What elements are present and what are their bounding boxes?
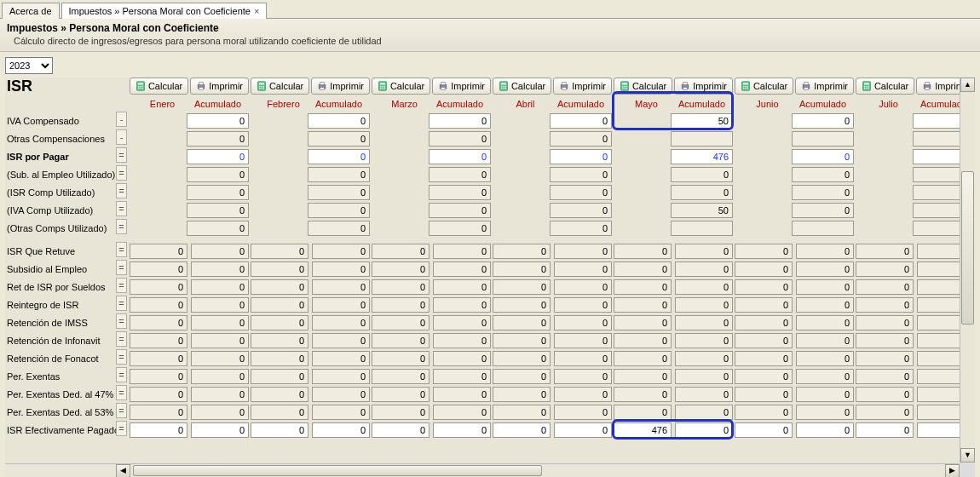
data-cell: 0: [308, 185, 370, 200]
svg-rect-34: [501, 83, 506, 84]
vertical-scrollbar[interactable]: ▲ ▼: [960, 78, 975, 463]
imprimir-button[interactable]: Imprimir: [190, 78, 249, 95]
data-cell: 0: [372, 351, 429, 366]
tab-about[interactable]: Acerca de: [2, 3, 60, 19]
calcular-button[interactable]: Calcular: [735, 78, 793, 95]
data-cell[interactable]: 0: [493, 422, 551, 438]
tab-impuestos[interactable]: Impuestos » Persona Moral con Coeficient…: [61, 3, 268, 19]
data-cell: 0: [614, 261, 672, 277]
data-cell[interactable]: 0: [550, 113, 612, 129]
scroll-left-icon[interactable]: ◀: [116, 464, 130, 477]
data-cell: 0: [251, 387, 308, 402]
svg-point-3: [140, 86, 141, 88]
btn-label: Imprimir: [693, 81, 727, 91]
calcular-button[interactable]: Calcular: [251, 78, 309, 95]
scroll-thumb[interactable]: [961, 171, 974, 325]
data-cell[interactable]: 0: [796, 422, 854, 438]
data-cell: 0: [554, 261, 612, 277]
calcular-button[interactable]: Calcular: [856, 78, 914, 95]
data-cell[interactable]: 0: [312, 422, 370, 438]
data-cell[interactable]: 0: [187, 149, 249, 164]
acum-header: Acumulado: [795, 99, 850, 109]
svg-point-18: [262, 88, 264, 89]
calcular-button[interactable]: Calcular: [372, 78, 430, 95]
svg-point-5: [138, 88, 140, 89]
data-cell[interactable]: 0: [792, 113, 854, 129]
data-cell[interactable]: 0: [792, 149, 854, 164]
data-cell: 0: [856, 405, 914, 420]
calculator-icon: [620, 81, 630, 91]
data-cell[interactable]: 0: [429, 149, 491, 164]
data-cell: 0: [191, 351, 249, 366]
data-cell[interactable]: 0: [251, 422, 308, 438]
data-cell[interactable]: 0: [130, 422, 187, 438]
data-cell: 0: [372, 261, 429, 277]
horizontal-scrollbar[interactable]: ◀ ▶: [5, 463, 960, 477]
svg-rect-76: [925, 88, 930, 90]
data-cell: 0: [675, 405, 733, 420]
svg-rect-12: [259, 83, 264, 84]
data-cell: 0: [796, 387, 854, 402]
data-cell[interactable]: 50: [671, 113, 733, 129]
data-cell[interactable]: 0: [554, 422, 612, 438]
data-cell: 0: [493, 261, 551, 277]
data-cell: 0: [251, 279, 308, 295]
data-cell[interactable]: 476: [614, 422, 672, 438]
imprimir-button[interactable]: Imprimir: [311, 78, 370, 95]
year-select[interactable]: 2023: [5, 57, 53, 74]
svg-rect-23: [380, 83, 385, 84]
btn-label: Calcular: [632, 81, 666, 91]
data-cell[interactable]: 0: [308, 149, 370, 164]
data-cell: 0: [856, 351, 914, 366]
data-cell[interactable]: 0: [372, 422, 429, 438]
data-cell[interactable]: 0: [913, 149, 960, 164]
data-cell: 0: [308, 131, 370, 147]
scroll-right-icon[interactable]: ▶: [945, 464, 960, 477]
data-cell[interactable]: 0: [191, 422, 249, 438]
calcular-button[interactable]: Calcular: [130, 78, 188, 95]
data-cell[interactable]: 0: [308, 113, 370, 129]
data-cell: 0: [130, 315, 187, 330]
data-cell: 0: [614, 351, 672, 366]
calcular-button[interactable]: Calcular: [614, 78, 672, 95]
close-icon[interactable]: ×: [254, 6, 259, 16]
imprimir-button[interactable]: Imprimir: [795, 78, 854, 95]
data-cell[interactable]: 0: [913, 113, 960, 129]
data-cell[interactable]: 0: [550, 149, 612, 164]
svg-point-2: [138, 86, 140, 88]
data-cell[interactable]: 0: [429, 113, 491, 129]
data-cell: [913, 131, 960, 147]
data-cell: 0: [554, 369, 612, 384]
scroll-up-icon[interactable]: ▲: [960, 78, 975, 92]
scroll-down-icon[interactable]: ▼: [960, 448, 975, 463]
data-cell[interactable]: 0: [187, 113, 249, 129]
imprimir-button[interactable]: Imprimir: [432, 78, 491, 95]
imprimir-button[interactable]: Imprimir: [553, 78, 612, 95]
data-cell[interactable]: 0: [433, 422, 491, 438]
svg-point-28: [382, 88, 383, 89]
imprimir-button[interactable]: Imprimir: [916, 78, 960, 95]
row-label: IVA Compensado: [5, 112, 116, 129]
data-cell: 0: [187, 221, 249, 236]
data-cell: 0: [735, 315, 793, 330]
calcular-button[interactable]: Calcular: [493, 78, 551, 95]
acum-header: Acumulado: [432, 99, 487, 109]
data-cell[interactable]: 0: [675, 422, 733, 438]
month-header: Junio: [740, 99, 795, 109]
data-cell: 0: [554, 297, 612, 313]
svg-point-17: [261, 88, 262, 89]
data-cell[interactable]: 0: [735, 422, 793, 438]
data-cell[interactable]: 0: [917, 422, 960, 438]
scroll-thumb[interactable]: [133, 465, 542, 476]
data-cell: 0: [917, 369, 960, 384]
data-cell: 0: [856, 261, 914, 277]
data-cell[interactable]: 0: [856, 422, 914, 438]
data-cell[interactable]: 476: [671, 149, 733, 164]
months-area: Calcular Imprimir Enero Acumulado 000000…: [116, 78, 960, 463]
data-cell: 0: [191, 261, 249, 277]
imprimir-button[interactable]: Imprimir: [674, 78, 733, 95]
data-cell: 0: [130, 279, 187, 295]
data-cell: 0: [493, 351, 551, 366]
data-cell: 0: [372, 244, 429, 259]
data-cell: 0: [191, 297, 249, 313]
